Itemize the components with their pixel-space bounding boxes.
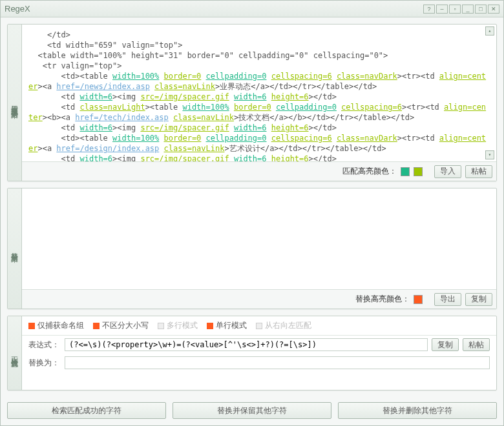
- match-highlight-label: 匹配高亮颜色：: [342, 166, 397, 177]
- result-toolbar: 替换高亮颜色： 导出 复制: [22, 289, 496, 309]
- minimize-button[interactable]: _: [462, 5, 474, 14]
- search-matches-button[interactable]: 检索匹配成功的字符: [7, 402, 166, 419]
- scroll-up-icon[interactable]: ▴: [485, 26, 494, 36]
- source-panel-label: 被用于查找及替换的文本: [8, 25, 22, 181]
- option-label: 不区分大小写: [102, 320, 149, 331]
- close-button[interactable]: ✕: [488, 5, 499, 14]
- checkbox-icon: [158, 323, 164, 329]
- regex-option-4: 从右向左匹配: [256, 320, 311, 331]
- tray-button[interactable]: ▫: [449, 5, 461, 14]
- match-color-swatch-1[interactable]: [401, 167, 410, 176]
- source-toolbar: 匹配高亮颜色： 导入 粘帖: [22, 161, 496, 181]
- replace-label: 替换为：: [28, 358, 61, 369]
- maximize-button[interactable]: □: [475, 5, 487, 14]
- copy-expr-button[interactable]: 复制: [432, 338, 459, 351]
- checkbox-icon: [207, 323, 213, 329]
- replace-delete-button[interactable]: 替换并删除其他字符: [338, 402, 497, 419]
- option-label: 从右向左匹配: [265, 320, 311, 331]
- replace-highlight-label: 替换高亮颜色：: [355, 294, 410, 305]
- replace-color-swatch[interactable]: [414, 295, 423, 304]
- regex-option-1[interactable]: 不区分大小写: [93, 320, 149, 331]
- option-label: 单行模式: [216, 320, 247, 331]
- paste-expr-button[interactable]: 粘帖: [463, 338, 490, 351]
- result-panel: 替换后的文本 替换高亮颜色： 导出 复制: [7, 188, 497, 309]
- checkbox-icon: [93, 323, 100, 329]
- option-label: 多行模式: [167, 320, 198, 331]
- regex-panel-body: 仅捕获命名组不区分大小写多行模式单行模式从右向左匹配 表达式： 复制 粘帖 替换…: [22, 316, 496, 390]
- source-panel: 被用于查找及替换的文本 </td> <td width="659" valign…: [7, 24, 497, 181]
- match-color-swatch-2[interactable]: [414, 167, 423, 176]
- import-button[interactable]: 导入: [434, 165, 461, 178]
- expression-row: 表达式： 复制 粘帖: [22, 336, 496, 354]
- regex-option-3[interactable]: 单行模式: [207, 320, 247, 331]
- regex-panel: 正则表达式设置 仅捕获命名组不区分大小写多行模式单行模式从右向左匹配 表达式： …: [7, 316, 497, 391]
- regex-option-2: 多行模式: [158, 320, 198, 331]
- source-panel-body: </td> <td width="659" valign="top"> <tab…: [22, 25, 496, 181]
- bottom-bar: 检索匹配成功的字符 替换并保留其他字符 替换并删除其他字符: [1, 397, 503, 425]
- window-controls: ? – ▫ _ □ ✕: [423, 5, 499, 14]
- regex-option-0[interactable]: 仅捕获命名组: [28, 320, 84, 331]
- help-button[interactable]: ?: [423, 5, 435, 14]
- option-label: 仅捕获命名组: [37, 320, 84, 331]
- copy-result-button[interactable]: 复制: [465, 293, 492, 306]
- replace-keep-button[interactable]: 替换并保留其他字符: [173, 402, 331, 419]
- pin-button[interactable]: –: [436, 5, 448, 14]
- result-textarea[interactable]: [22, 188, 496, 289]
- source-textarea[interactable]: </td> <td width="659" valign="top"> <tab…: [22, 25, 496, 161]
- titlebar[interactable]: RegeX ? – ▫ _ □ ✕: [1, 1, 503, 17]
- paste-source-button[interactable]: 粘帖: [465, 165, 492, 178]
- checkbox-icon: [28, 323, 35, 329]
- result-panel-label: 替换后的文本: [8, 188, 22, 309]
- checkbox-icon: [256, 323, 262, 329]
- replace-input[interactable]: [65, 356, 490, 369]
- app-window: RegeX ? – ▫ _ □ ✕ 被用于查找及替换的文本 </td> <td …: [0, 0, 504, 426]
- regex-options-row: 仅捕获命名组不区分大小写多行模式单行模式从右向左匹配: [22, 316, 496, 336]
- window-title: RegeX: [5, 4, 423, 14]
- regex-panel-label: 正则表达式设置: [8, 316, 22, 390]
- replace-row: 替换为：: [22, 354, 496, 372]
- expression-input[interactable]: [65, 338, 428, 351]
- export-button[interactable]: 导出: [434, 293, 461, 306]
- content-area: 被用于查找及替换的文本 </td> <td width="659" valign…: [1, 17, 503, 397]
- expression-label: 表达式：: [28, 340, 61, 350]
- scroll-down-icon[interactable]: ▾: [485, 150, 494, 159]
- result-panel-body: 替换高亮颜色： 导出 复制: [22, 188, 496, 309]
